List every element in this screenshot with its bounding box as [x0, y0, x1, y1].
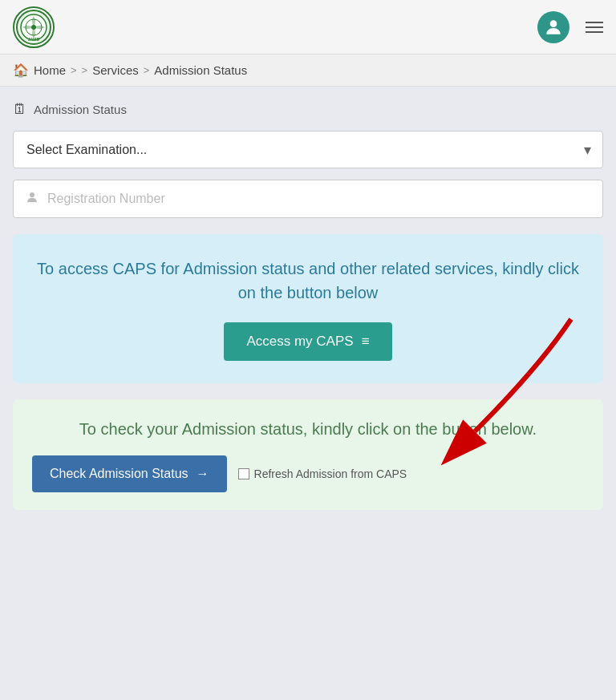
svg-text:JAMB: JAMB	[28, 37, 40, 42]
svg-point-5	[30, 192, 34, 197]
caps-btn-icon: ≡	[362, 334, 370, 350]
page-title: Admission Status	[34, 103, 127, 116]
caps-card-description: To access CAPS for Admission status and …	[32, 257, 584, 305]
logo-inner: JAMB	[16, 10, 51, 45]
admission-card: To check your Admission status, kindly c…	[13, 399, 603, 510]
page-title-bar: 🗓 Admission Status	[13, 101, 603, 118]
header-left: JAMB	[13, 6, 55, 48]
user-field-icon	[25, 190, 39, 208]
admission-card-description: To check your Admission status, kindly c…	[32, 417, 584, 441]
svg-point-4	[550, 20, 557, 27]
caps-card: To access CAPS for Admission status and …	[13, 234, 603, 383]
home-icon: 🏠	[13, 63, 29, 78]
check-admission-arrow-icon: →	[197, 467, 209, 481]
refresh-admission-text: Refresh Admission from CAPS	[254, 467, 407, 480]
breadcrumb-home[interactable]: Home	[34, 63, 66, 77]
header: JAMB	[0, 0, 616, 55]
breadcrumb-sep1: >	[71, 64, 77, 76]
header-right	[537, 11, 603, 43]
check-admission-label: Check Admission Status	[50, 467, 188, 481]
logo[interactable]: JAMB	[13, 6, 55, 48]
breadcrumb-services[interactable]: Services	[92, 63, 139, 77]
access-caps-button[interactable]: Access my CAPS ≡	[224, 322, 391, 361]
registration-input-wrapper	[13, 180, 603, 218]
access-caps-label: Access my CAPS	[246, 334, 353, 350]
svg-point-2	[31, 25, 36, 30]
main-content: 🗓 Admission Status Select Examination...…	[0, 87, 616, 524]
breadcrumb: 🏠 Home > > Services > Admission Status	[0, 55, 616, 87]
breadcrumb-current: Admission Status	[154, 63, 247, 77]
examination-select[interactable]: Select Examination...UTME 2023UTME 2022U…	[14, 132, 602, 168]
breadcrumb-sep3: >	[144, 64, 150, 76]
check-admission-status-button[interactable]: Check Admission Status →	[32, 455, 227, 492]
examination-select-wrapper: Select Examination...UTME 2023UTME 2022U…	[13, 131, 603, 168]
refresh-admission-label[interactable]: Refresh Admission from CAPS	[238, 467, 407, 480]
admission-bottom-row: Check Admission Status → Refresh Admissi…	[32, 455, 584, 492]
user-avatar-icon[interactable]	[537, 11, 569, 43]
breadcrumb-sep2: >	[82, 64, 88, 76]
registration-number-input[interactable]	[47, 180, 591, 217]
refresh-admission-checkbox[interactable]	[238, 468, 249, 479]
hamburger-menu[interactable]	[586, 22, 603, 33]
page-title-icon: 🗓	[13, 101, 27, 118]
